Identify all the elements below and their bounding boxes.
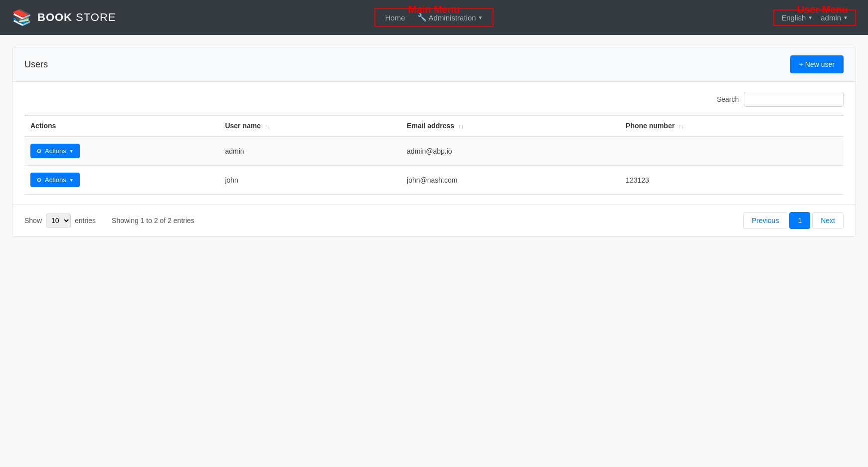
navbar: Main Menu User Menu 📚 BOOK STORE Home 🔧 …	[0, 0, 868, 35]
actions-button[interactable]: ⚙ Actions ▼	[30, 173, 80, 187]
gear-icon: ⚙	[36, 177, 42, 184]
next-button[interactable]: Next	[812, 212, 844, 229]
administration-dropdown-caret: ▼	[478, 15, 483, 20]
language-caret: ▼	[808, 15, 813, 20]
row-actions-cell: ⚙ Actions ▼	[24, 136, 219, 166]
row-phone	[620, 136, 844, 166]
col-phone[interactable]: Phone number ↑↓	[620, 115, 844, 136]
card-header: Users + New user	[12, 47, 856, 82]
row-phone: 123123	[620, 166, 844, 195]
phone-sort-icon: ↑↓	[679, 123, 684, 129]
email-sort-icon: ↑↓	[458, 123, 464, 129]
actions-caret: ▼	[69, 178, 74, 183]
users-table: Actions User name ↑↓ Email address ↑↓ Ph…	[24, 115, 844, 195]
row-username: admin	[219, 136, 401, 166]
user-caret: ▼	[843, 15, 848, 20]
show-entries: Show 10 25 50 entries Showing 1 to 2 of …	[24, 214, 194, 228]
row-email: john@nash.com	[401, 166, 620, 195]
search-label: Search	[717, 95, 739, 103]
main-content: Users + New user Search Actions User nam…	[0, 35, 868, 248]
nav-administration-label: Administration	[429, 13, 476, 22]
user-menu-annotation: User Menu	[797, 4, 848, 15]
row-username: john	[219, 166, 401, 195]
brand-bold: BOOK	[37, 11, 72, 23]
main-menu-box: Home 🔧 Administration ▼	[374, 8, 494, 27]
brand-light: STORE	[72, 11, 116, 23]
card-body: Search Actions User name ↑↓ Email addres…	[12, 82, 856, 205]
book-icon: 📚	[12, 8, 32, 27]
card-footer: Show 10 25 50 entries Showing 1 to 2 of …	[12, 205, 856, 236]
table-header-row: Actions User name ↑↓ Email address ↑↓ Ph…	[24, 115, 844, 136]
wrench-icon: 🔧	[417, 13, 427, 22]
actions-caret: ▼	[69, 149, 74, 154]
showing-text: Showing 1 to 2 of 2 entries	[112, 217, 194, 225]
nav-administration-link[interactable]: 🔧 Administration ▼	[417, 13, 483, 22]
table-body: ⚙ Actions ▼adminadmin@abp.io⚙ Actions ▼j…	[24, 136, 844, 195]
nav-home-link[interactable]: Home	[385, 13, 405, 22]
table-row: ⚙ Actions ▼johnjohn@nash.com123123	[24, 166, 844, 195]
page-1-button[interactable]: 1	[789, 212, 810, 229]
row-actions-cell: ⚙ Actions ▼	[24, 166, 219, 195]
brand-logo[interactable]: 📚 BOOK STORE	[12, 8, 116, 27]
search-input[interactable]	[744, 92, 844, 107]
brand-text: BOOK STORE	[37, 11, 116, 24]
users-card: Users + New user Search Actions User nam…	[12, 47, 856, 236]
prev-button[interactable]: Previous	[743, 212, 787, 229]
col-email[interactable]: Email address ↑↓	[401, 115, 620, 136]
nav-home-label: Home	[385, 13, 405, 22]
gear-icon: ⚙	[36, 148, 42, 155]
entries-label: entries	[75, 217, 96, 225]
username-sort-icon: ↑↓	[265, 123, 270, 129]
col-actions: Actions	[24, 115, 219, 136]
entries-select[interactable]: 10 25 50	[46, 214, 71, 228]
new-user-button[interactable]: + New user	[790, 55, 844, 73]
search-row: Search	[24, 92, 844, 107]
pagination: Previous 1 Next	[743, 212, 844, 229]
page-title: Users	[24, 59, 48, 70]
actions-button[interactable]: ⚙ Actions ▼	[30, 144, 80, 158]
table-row: ⚙ Actions ▼adminadmin@abp.io	[24, 136, 844, 166]
col-username[interactable]: User name ↑↓	[219, 115, 401, 136]
row-email: admin@abp.io	[401, 136, 620, 166]
show-label: Show	[24, 217, 42, 225]
